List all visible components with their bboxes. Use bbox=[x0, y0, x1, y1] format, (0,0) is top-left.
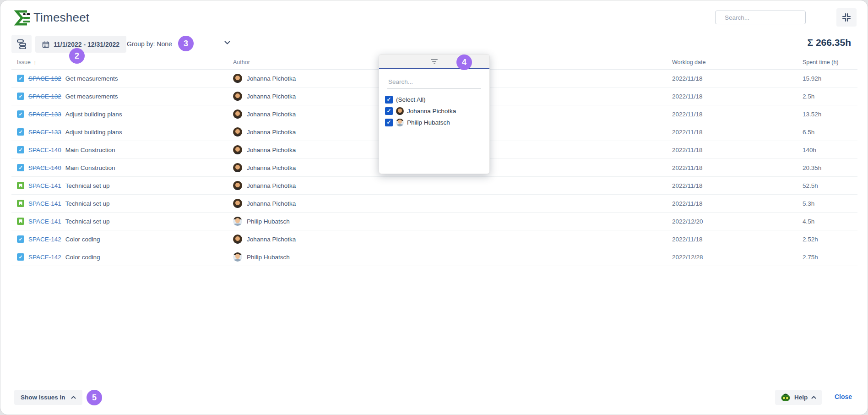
issue-key-link[interactable]: SPACE-133 bbox=[28, 111, 61, 118]
total-spent-time: Σ 266.35h bbox=[808, 37, 852, 48]
close-button[interactable]: Close bbox=[835, 393, 852, 400]
author-avatar bbox=[233, 127, 242, 137]
issue-header-label: Issue bbox=[17, 59, 31, 66]
filter-search-input[interactable] bbox=[387, 78, 483, 86]
issue-key-link[interactable]: SPACE-141 bbox=[28, 182, 61, 189]
author-cell: Philip Hubatsch bbox=[233, 252, 672, 262]
issue-type-icon bbox=[17, 128, 24, 136]
checkbox-checked-icon[interactable] bbox=[385, 107, 393, 115]
table-row[interactable]: SPACE-141 Technical set up Johanna Picho… bbox=[11, 195, 857, 213]
author-name: Johanna Pichotka bbox=[247, 200, 296, 207]
group-by-selector[interactable]: Group by: None bbox=[127, 40, 172, 48]
issue-cell: SPACE-132 Get measurements bbox=[11, 75, 233, 82]
author-filter-popup: (Select All) Johanna Pichotka Philip Hub… bbox=[379, 54, 490, 174]
collapse-view-button[interactable] bbox=[836, 8, 857, 27]
author-avatar bbox=[233, 145, 242, 154]
filter-icon bbox=[431, 59, 438, 64]
step-badge-3: 3 bbox=[178, 36, 194, 51]
column-header-worklog-date[interactable]: Worklog date bbox=[672, 59, 803, 66]
chevron-up-icon bbox=[71, 396, 76, 399]
filter-option[interactable]: Philip Hubatsch bbox=[385, 118, 483, 127]
checkbox-checked-icon[interactable] bbox=[385, 119, 393, 126]
author-cell: Philip Hubatsch bbox=[233, 217, 672, 226]
spent-time: 4.5h bbox=[803, 218, 857, 225]
spent-time: 2.75h bbox=[803, 254, 857, 261]
issue-cell: SPACE-140 Main Construction bbox=[11, 164, 233, 171]
author-name: Johanna Pichotka bbox=[247, 164, 296, 171]
table-row[interactable]: SPACE-141 Technical set up Johanna Picho… bbox=[11, 177, 857, 195]
collapse-icon bbox=[842, 13, 851, 22]
show-issues-label: Show Issues in bbox=[21, 394, 65, 401]
checkbox-checked-icon[interactable] bbox=[385, 96, 393, 104]
step-badge-5: 5 bbox=[87, 390, 102, 405]
issue-cell: SPACE-141 Technical set up bbox=[11, 200, 233, 207]
worklog-date: 2022/11/18 bbox=[672, 93, 803, 100]
table-row[interactable]: SPACE-142 Color coding Philip Hubatsch 2… bbox=[11, 248, 857, 266]
issue-key-link[interactable]: SPACE-132 bbox=[28, 93, 61, 100]
calendar-icon bbox=[42, 41, 49, 48]
table-row[interactable]: SPACE-142 Color coding Johanna Pichotka … bbox=[11, 230, 857, 248]
issue-key-link[interactable]: SPACE-133 bbox=[28, 129, 61, 136]
issue-type-icon bbox=[17, 182, 24, 189]
filter-option-label: Philip Hubatsch bbox=[407, 119, 450, 126]
author-cell: Johanna Pichotka bbox=[233, 181, 672, 190]
group-structure-icon bbox=[16, 39, 27, 49]
column-header-issue[interactable]: Issue ↑ bbox=[11, 59, 233, 66]
timesheet-app-window: Timesheet 11/1/2022 - 12/31/2022 Group b bbox=[0, 0, 868, 415]
worklog-date: 2022/11/18 bbox=[672, 200, 803, 207]
filter-option-avatar bbox=[396, 119, 404, 126]
worklog-date: 2022/11/18 bbox=[672, 75, 803, 82]
filter-option-avatar bbox=[396, 107, 404, 115]
issue-type-icon bbox=[17, 93, 24, 100]
issue-key-link[interactable]: SPACE-142 bbox=[28, 254, 61, 261]
filter-option-label: (Select All) bbox=[396, 96, 426, 103]
timesheet-logo-icon bbox=[12, 9, 32, 27]
issue-key-link[interactable]: SPACE-142 bbox=[28, 236, 61, 243]
author-name: Johanna Pichotka bbox=[247, 111, 296, 118]
filter-option[interactable]: Johanna Pichotka bbox=[385, 106, 483, 115]
worklog-date: 2022/12/28 bbox=[672, 254, 803, 261]
spent-time: 2.5h bbox=[803, 93, 857, 100]
spent-time: 15.92h bbox=[803, 75, 857, 82]
worklog-date: 2022/11/18 bbox=[672, 182, 803, 189]
issue-key-link[interactable]: SPACE-140 bbox=[28, 164, 61, 171]
worklog-date: 2022/11/18 bbox=[672, 236, 803, 243]
author-avatar bbox=[233, 109, 242, 119]
issue-key-link[interactable]: SPACE-132 bbox=[28, 75, 61, 82]
chevron-down-icon[interactable] bbox=[224, 41, 230, 44]
author-name: Philip Hubatsch bbox=[247, 218, 290, 225]
author-name: Johanna Pichotka bbox=[247, 236, 296, 243]
issue-cell: SPACE-133 Adjust building plans bbox=[11, 110, 233, 118]
issue-type-icon bbox=[17, 200, 24, 207]
worklog-date: 2022/11/18 bbox=[672, 129, 803, 136]
author-avatar bbox=[233, 163, 242, 172]
filter-search[interactable] bbox=[387, 77, 481, 89]
column-header-spent-time[interactable]: Spent time (h) bbox=[803, 59, 857, 66]
filter-option-label: Johanna Pichotka bbox=[407, 108, 456, 115]
worklog-date: 2022/11/18 bbox=[672, 111, 803, 118]
grouping-structure-button[interactable] bbox=[11, 35, 32, 53]
issue-key-link[interactable]: SPACE-140 bbox=[28, 147, 61, 153]
issue-summary: Color coding bbox=[65, 236, 100, 243]
filter-popup-header[interactable] bbox=[379, 55, 489, 69]
issue-type-icon bbox=[17, 110, 24, 118]
author-avatar bbox=[233, 199, 242, 208]
date-range-label: 11/1/2022 - 12/31/2022 bbox=[54, 41, 119, 48]
issue-key-link[interactable]: SPACE-141 bbox=[28, 200, 61, 207]
spent-time: 2.52h bbox=[803, 236, 857, 243]
filter-option[interactable]: (Select All) bbox=[385, 95, 483, 104]
search-input[interactable] bbox=[724, 14, 807, 22]
author-name: Johanna Pichotka bbox=[247, 93, 296, 100]
table-row[interactable]: SPACE-141 Technical set up Philip Hubats… bbox=[11, 213, 857, 230]
help-button[interactable]: Help bbox=[775, 390, 822, 405]
global-search[interactable] bbox=[715, 11, 806, 24]
step-badge-2: 2 bbox=[69, 48, 85, 64]
show-issues-in-button[interactable]: Show Issues in bbox=[14, 390, 82, 405]
author-name: Johanna Pichotka bbox=[247, 75, 296, 82]
issue-summary: Main Construction bbox=[65, 147, 115, 153]
spent-time: 5.3h bbox=[803, 200, 857, 207]
sort-ascending-icon[interactable]: ↑ bbox=[33, 59, 37, 66]
issue-type-icon bbox=[17, 146, 24, 153]
author-avatar bbox=[233, 92, 242, 101]
issue-key-link[interactable]: SPACE-141 bbox=[28, 218, 61, 225]
